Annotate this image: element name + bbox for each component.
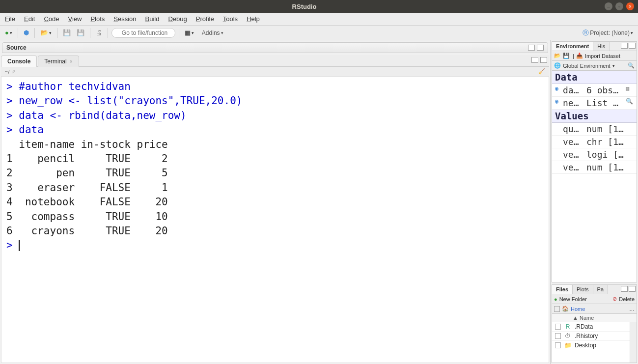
- window-maximize-button[interactable]: ▫: [615, 2, 623, 10]
- console-prompt[interactable]: >: [6, 238, 544, 252]
- tab-plots[interactable]: Plots: [573, 285, 593, 294]
- menu-edit[interactable]: Edit: [24, 15, 35, 23]
- new-folder-button[interactable]: New Folder: [559, 296, 587, 302]
- grid-button[interactable]: ▦▾: [183, 28, 196, 37]
- tab-files[interactable]: Files: [552, 285, 573, 294]
- new-project-button[interactable]: ⬢: [22, 28, 31, 37]
- menu-code[interactable]: Code: [44, 15, 59, 23]
- env-value-row[interactable]: ve…num [1…: [552, 161, 637, 174]
- new-folder-icon[interactable]: ●: [554, 296, 557, 302]
- search-env-icon[interactable]: 🔍: [628, 62, 635, 69]
- menu-profile[interactable]: Profile: [196, 15, 214, 23]
- console-path: ~/: [5, 69, 9, 75]
- menu-debug[interactable]: Debug: [168, 15, 187, 23]
- console-output-line: 6 crayons TRUE 20: [6, 224, 544, 238]
- env-scope-button[interactable]: Global Environment: [563, 63, 610, 69]
- home-icon[interactable]: 🏠: [562, 306, 569, 312]
- new-file-button[interactable]: ●▾: [3, 28, 14, 37]
- env-var-name: ne…: [563, 98, 586, 108]
- console-maximize-icon[interactable]: [540, 57, 547, 63]
- search-icon[interactable]: 🔍: [626, 98, 634, 108]
- env-minimize-icon[interactable]: [621, 43, 628, 49]
- menu-build[interactable]: Build: [145, 15, 160, 23]
- menu-file[interactable]: File: [5, 15, 15, 23]
- env-scope-icon: 🌐: [554, 62, 561, 69]
- more-path-button[interactable]: …: [629, 306, 635, 312]
- main-toolbar: ●▾ ⬢ 📂▾ 💾 💾 🖨 ▦▾ Addins ▾ Ⓡ Project: (No…: [0, 26, 638, 40]
- delete-icon[interactable]: ⊘: [612, 296, 617, 302]
- file-checkbox[interactable]: [555, 342, 561, 348]
- files-name-header[interactable]: ▲ Name: [573, 315, 594, 321]
- env-value-row[interactable]: ve…logi […: [552, 148, 637, 161]
- window-minimize-button[interactable]: –: [605, 2, 612, 10]
- tab-console[interactable]: Console: [1, 56, 37, 67]
- grid-icon[interactable]: ▦: [626, 85, 634, 95]
- save-button[interactable]: 💾: [61, 28, 73, 37]
- source-minimize-icon[interactable]: [528, 45, 535, 51]
- menu-session[interactable]: Session: [113, 15, 136, 23]
- titlebar: RStudio – ▫ ×: [0, 0, 638, 13]
- env-data-row[interactable]: ◉da…6 obs…▦: [552, 84, 637, 97]
- console-minimize-icon[interactable]: [531, 57, 538, 63]
- env-value-row[interactable]: qu…num [1…: [552, 123, 637, 136]
- file-row[interactable]: R.RData: [552, 322, 630, 332]
- file-name: Desktop: [575, 342, 596, 349]
- goto-file-input[interactable]: [111, 28, 175, 38]
- env-var-value: num [1…: [586, 162, 634, 172]
- open-file-button[interactable]: 📂▾: [38, 28, 54, 37]
- env-var-value: num [1…: [586, 124, 634, 134]
- env-data-row[interactable]: ◉ne…List …🔍: [552, 97, 637, 110]
- close-icon[interactable]: ×: [70, 59, 73, 64]
- save-workspace-icon[interactable]: 💾: [563, 53, 570, 59]
- console-command-line: > data: [6, 123, 544, 137]
- file-name: .Rhistory: [575, 333, 598, 339]
- source-maximize-icon[interactable]: [537, 45, 544, 51]
- files-maximize-icon[interactable]: [629, 286, 636, 292]
- expand-icon[interactable]: ◉: [555, 98, 563, 108]
- env-maximize-icon[interactable]: [629, 43, 636, 49]
- env-data-section: Data: [552, 71, 637, 84]
- menu-tools[interactable]: Tools: [223, 15, 238, 23]
- env-values-section: Values: [552, 110, 637, 123]
- files-scrollbar[interactable]: [630, 322, 637, 363]
- load-workspace-icon[interactable]: 📂: [554, 53, 561, 59]
- tab-terminal[interactable]: Terminal×: [38, 56, 79, 67]
- menubar: File Edit Code View Plots Session Build …: [0, 13, 638, 26]
- console-output-line: 2 pen TRUE 5: [6, 166, 544, 180]
- file-row[interactable]: 📁Desktop: [552, 341, 630, 350]
- console-command-line: > new_row <- list("crayons",TRUE,20.0): [6, 94, 544, 108]
- print-button[interactable]: 🖨: [94, 28, 104, 37]
- menu-help[interactable]: Help: [247, 15, 260, 23]
- console-output-line: 1 pencil TRUE 2: [6, 152, 544, 166]
- addins-button[interactable]: Addins ▾: [200, 28, 225, 37]
- import-dataset-label[interactable]: Import Dataset: [585, 53, 620, 59]
- env-var-value: logi […: [586, 149, 634, 160]
- tab-environment[interactable]: Environment: [552, 42, 593, 51]
- file-row[interactable]: ⏱.Rhistory: [552, 332, 630, 341]
- console-output-line: 4 notebook FALSE 20: [6, 195, 544, 209]
- save-all-button[interactable]: 💾: [75, 28, 86, 37]
- tab-history[interactable]: His: [593, 42, 610, 51]
- file-checkbox[interactable]: [555, 333, 561, 339]
- window-close-button[interactable]: ×: [626, 2, 634, 10]
- project-button[interactable]: Ⓡ Project: (None) ▾: [581, 28, 635, 38]
- console-output-line: item-name in-stock price: [6, 138, 544, 152]
- env-value-row[interactable]: ve…chr [1…: [552, 136, 637, 148]
- files-minimize-icon[interactable]: [621, 286, 628, 292]
- env-var-name: ve…: [563, 149, 586, 160]
- tab-packages[interactable]: Pa: [593, 285, 608, 294]
- file-name: .RData: [575, 323, 593, 330]
- file-checkbox[interactable]: [555, 324, 561, 330]
- home-button[interactable]: Home: [571, 306, 585, 312]
- expand-icon[interactable]: ◉: [555, 85, 563, 95]
- select-all-checkbox[interactable]: [554, 306, 560, 312]
- menu-plots[interactable]: Plots: [90, 15, 105, 23]
- console-link-icon[interactable]: ⇗: [11, 68, 16, 75]
- clear-console-icon[interactable]: 🧹: [538, 68, 545, 75]
- file-type-icon: 📁: [564, 342, 572, 349]
- menu-view[interactable]: View: [68, 15, 82, 23]
- window-title: RStudio: [4, 3, 605, 10]
- console-output[interactable]: > #author techvidvan> new_row <- list("c…: [1, 77, 549, 363]
- import-dataset-button[interactable]: 📥: [576, 53, 583, 59]
- delete-button[interactable]: Delete: [619, 296, 635, 302]
